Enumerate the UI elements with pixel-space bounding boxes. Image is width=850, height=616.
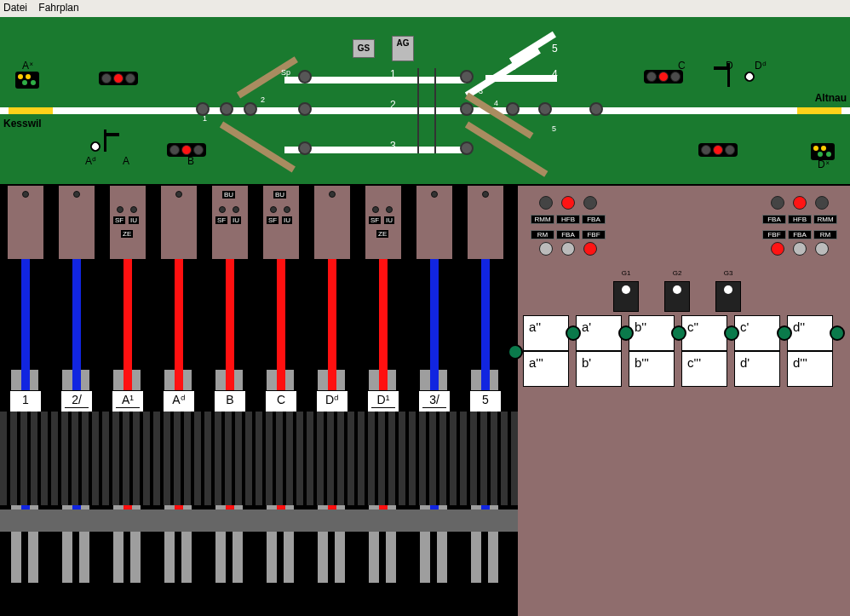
ag-button[interactable]: AG xyxy=(392,36,414,61)
semaphore-Dd[interactable] xyxy=(719,63,770,90)
lever-head-6: BU SF IU xyxy=(263,186,299,259)
route-key-bot-0[interactable]: a''' xyxy=(523,351,569,387)
block-indicator-right: FBAHFBRMM FBFFBARM xyxy=(761,194,838,256)
control-panel: SF IU ZE BU SF IU BU SF IU SF IU xyxy=(0,186,850,616)
route-knob-end[interactable] xyxy=(830,325,845,341)
lever-head-1 xyxy=(8,186,43,259)
track-1-label: 1 xyxy=(390,68,396,80)
menubar: Datei Fahrplan xyxy=(0,0,850,17)
turnout-4[interactable] xyxy=(538,102,552,116)
block-panel: RMMHFBFBA RMFBAFBF FBAHFBRMM FBFFBARM G1… xyxy=(518,186,850,616)
signal-Dx-label: Dˣ xyxy=(818,158,830,170)
block-indicator-left: RMMHFBFBA RMFBAFBF xyxy=(530,194,606,256)
route-key-grid: a''a'''a'b'b''b'''c''c'''c'd'd''d''' xyxy=(523,315,845,387)
semaphore-Ad[interactable] xyxy=(89,130,123,153)
cell-button-g2[interactable]: G2 xyxy=(664,281,690,312)
route-knob-start[interactable] xyxy=(508,344,523,360)
turnout-5[interactable] xyxy=(589,102,603,116)
track-3-label: 3 xyxy=(390,140,396,152)
turnout-2[interactable] xyxy=(220,102,233,116)
route-key-top-2[interactable]: b'' xyxy=(629,315,675,351)
lever-head-3: SF IU ZE xyxy=(110,186,146,259)
cell-button-g3[interactable]: G3 xyxy=(715,281,741,312)
station-right: Altnau xyxy=(815,92,847,104)
signal-Ad-label: Aᵈ xyxy=(85,155,96,167)
route-key-top-5[interactable]: d'' xyxy=(787,315,833,351)
route-knob-3[interactable] xyxy=(724,325,739,341)
lever-head-4 xyxy=(161,186,197,259)
route-key-top-1[interactable]: a' xyxy=(576,315,622,351)
turnout-sp[interactable] xyxy=(244,102,257,116)
lever-heads: SF IU ZE BU SF IU BU SF IU SF IU xyxy=(0,186,518,259)
menu-timetable[interactable]: Fahrplan xyxy=(38,2,78,14)
route-knob-2[interactable] xyxy=(671,325,686,341)
lever-quadrant xyxy=(0,412,518,505)
lever-head-5: BU SF IU xyxy=(212,186,248,259)
lever-frame: SF IU ZE BU SF IU BU SF IU SF IU xyxy=(0,186,518,616)
signal-D-head[interactable] xyxy=(698,143,738,157)
lever-head-9 xyxy=(416,186,452,259)
lever-head-8: SF IU ZE xyxy=(365,186,401,259)
menu-file[interactable]: Datei xyxy=(3,2,27,14)
lever-head-10 xyxy=(468,186,503,259)
gs-button[interactable]: GS xyxy=(353,39,375,58)
lever-head-7 xyxy=(314,186,350,259)
track-3 xyxy=(284,147,467,153)
route-key-bot-4[interactable]: d' xyxy=(734,351,780,387)
route-key-bot-1[interactable]: b' xyxy=(576,351,622,387)
signal-Ax-label: Aˣ xyxy=(22,60,33,72)
route-key-bot-5[interactable]: d''' xyxy=(787,351,833,387)
signal-B[interactable] xyxy=(167,143,206,157)
lever-head-2 xyxy=(59,186,95,259)
route-knob-4[interactable] xyxy=(777,325,792,341)
route-key-bot-2[interactable]: b''' xyxy=(629,351,675,387)
signal-A[interactable] xyxy=(99,72,138,85)
route-key-top-4[interactable]: c' xyxy=(734,315,780,351)
track-diagram: 1 2 3 4 5 1 2 Sp 3 4 5 20 Kesswil Altnau… xyxy=(0,17,850,186)
route-key-top-0[interactable]: a'' xyxy=(523,315,569,351)
track-5-label: 5 xyxy=(552,43,558,55)
station-left: Kesswil xyxy=(3,118,42,130)
cell-button-g1[interactable]: G1 xyxy=(613,281,639,312)
track-4-label: 4 xyxy=(552,68,558,80)
route-key-top-3[interactable]: c'' xyxy=(681,315,727,351)
track-1 xyxy=(284,77,467,83)
distant-signal-Dx[interactable] xyxy=(811,143,835,160)
signal-C-head[interactable] xyxy=(644,70,683,83)
route-knob-0[interactable] xyxy=(566,325,581,341)
turnout-3[interactable] xyxy=(506,102,520,116)
track-2-label: 2 xyxy=(390,99,396,111)
route-knob-1[interactable] xyxy=(618,325,634,341)
signal-A-label: A xyxy=(123,155,129,167)
signal-B-label: B xyxy=(187,155,194,167)
distant-signal-Ax[interactable] xyxy=(15,72,39,89)
route-key-bot-3[interactable]: c''' xyxy=(681,351,727,387)
track-2 xyxy=(284,107,467,114)
